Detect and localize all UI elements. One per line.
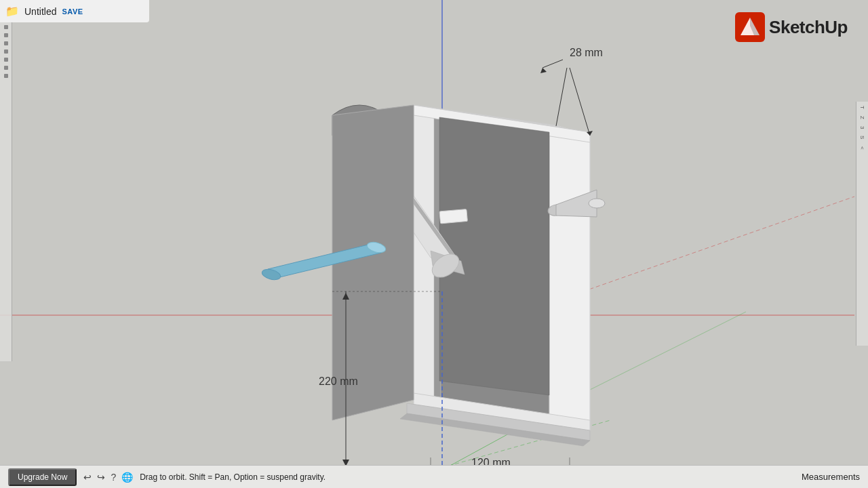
svg-marker-23 bbox=[332, 105, 414, 420]
svg-marker-24 bbox=[268, 243, 381, 279]
sketchup-logo: SketchUp bbox=[735, 12, 848, 42]
svg-point-22 bbox=[428, 249, 463, 282]
svg-text:28 mm: 28 mm bbox=[570, 47, 603, 58]
svg-marker-34 bbox=[587, 131, 593, 136]
left-toolbar bbox=[0, 22, 12, 361]
svg-marker-33 bbox=[540, 68, 547, 73]
svg-line-32 bbox=[556, 68, 567, 126]
svg-line-2 bbox=[583, 312, 746, 393]
globe-icon[interactable]: 🌐 bbox=[121, 472, 133, 483]
svg-point-17 bbox=[589, 199, 605, 208]
toolbar-item-2[interactable] bbox=[4, 33, 8, 37]
svg-marker-28 bbox=[407, 403, 590, 441]
status-text: Drag to orbit. Shift = Pan, Option = sus… bbox=[140, 472, 326, 482]
file-icon: 📁 bbox=[5, 5, 19, 18]
svg-marker-13 bbox=[414, 105, 590, 142]
svg-marker-11 bbox=[549, 127, 590, 430]
svg-marker-39 bbox=[342, 293, 349, 300]
svg-marker-7 bbox=[556, 125, 590, 430]
toolbar-item-6[interactable] bbox=[4, 66, 8, 70]
measurements-label: Measurements bbox=[802, 472, 860, 482]
sketchup-logo-icon bbox=[735, 12, 765, 42]
svg-marker-18 bbox=[339, 122, 461, 264]
svg-line-31 bbox=[570, 68, 590, 136]
right-toolbar: T Z 3 S < bbox=[856, 102, 868, 346]
svg-point-25 bbox=[261, 268, 282, 282]
svg-marker-6 bbox=[414, 105, 556, 420]
svg-marker-8 bbox=[414, 105, 441, 407]
upgrade-button[interactable]: Upgrade Now bbox=[8, 468, 77, 486]
svg-rect-27 bbox=[439, 209, 467, 224]
toolbar-item-3[interactable] bbox=[4, 41, 8, 45]
toolbar-item-7[interactable] bbox=[4, 74, 8, 78]
svg-point-20 bbox=[335, 111, 370, 144]
sketchup-brand-text: SketchUp bbox=[769, 17, 848, 38]
bottom-left-section: Upgrade Now ↩ ↪ ? 🌐 Drag to orbit. Shift… bbox=[8, 468, 326, 486]
redo-icon[interactable]: ↪ bbox=[97, 472, 105, 483]
svg-marker-29 bbox=[400, 413, 590, 446]
svg-marker-14 bbox=[439, 117, 549, 395]
right-toolbar-item-3[interactable]: 3 bbox=[859, 125, 865, 130]
bottom-icons: ↩ ↪ ? 🌐 bbox=[83, 472, 133, 483]
svg-marker-19 bbox=[366, 132, 465, 274]
svg-marker-9 bbox=[414, 105, 590, 136]
svg-line-1 bbox=[434, 393, 583, 474]
svg-point-15 bbox=[547, 203, 565, 217]
right-toolbar-item-t[interactable]: T bbox=[859, 104, 865, 110]
bottombar: Upgrade Now ↩ ↪ ? 🌐 Drag to orbit. Shift… bbox=[0, 465, 868, 488]
svg-line-30 bbox=[542, 60, 563, 68]
right-toolbar-item-s[interactable]: S bbox=[859, 134, 865, 140]
svg-point-26 bbox=[366, 241, 387, 255]
svg-line-4 bbox=[583, 197, 854, 291]
svg-marker-10 bbox=[414, 112, 434, 407]
save-button[interactable]: SAVE bbox=[62, 7, 83, 16]
svg-marker-21 bbox=[431, 251, 465, 274]
document-title: Untitled bbox=[24, 6, 56, 17]
svg-marker-12 bbox=[414, 393, 590, 437]
right-toolbar-item-arrow[interactable]: < bbox=[859, 145, 865, 151]
svg-line-5 bbox=[442, 420, 610, 468]
undo-icon[interactable]: ↩ bbox=[83, 472, 92, 483]
toolbar-item-1[interactable] bbox=[4, 25, 8, 29]
help-icon[interactable]: ? bbox=[111, 472, 116, 483]
toolbar-item-5[interactable] bbox=[4, 58, 8, 62]
topbar: 📁 Untitled SAVE bbox=[0, 0, 149, 22]
toolbar-item-4[interactable] bbox=[4, 49, 8, 54]
svg-marker-16 bbox=[556, 190, 597, 217]
svg-text:220 mm: 220 mm bbox=[319, 375, 358, 387]
right-toolbar-item-z[interactable]: Z bbox=[859, 115, 865, 121]
